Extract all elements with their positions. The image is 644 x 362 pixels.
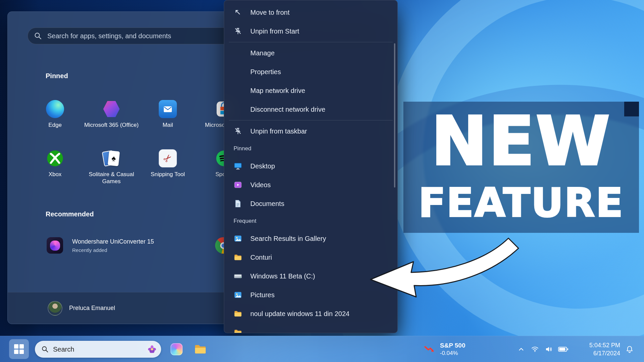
clock-time: 5:04:52 PM [589, 341, 620, 349]
menu-item-label: Map network drive [250, 87, 305, 95]
menu-item-label: Conturi [250, 254, 272, 261]
menu-item-unpin-from-start[interactable]: Unpin from Start [224, 22, 397, 41]
desktop: Pinned Edge Microsoft 365 (Office) Mail … [0, 0, 644, 362]
menu-item-label: Videos [250, 181, 271, 189]
app-label: Mail [162, 121, 173, 128]
taskbar-search-label: Search [53, 346, 146, 353]
menu-item-label: Search Results in Gallery [250, 235, 326, 243]
menu-item-label: Unpin from Start [250, 28, 299, 35]
stock-change: -0.04% [440, 350, 465, 357]
app-label: Solitaire & Casual Games [83, 171, 140, 185]
solitaire-icon: ♠ [102, 149, 120, 167]
menu-item-videos[interactable]: Videos [224, 175, 397, 194]
user-avatar[interactable] [48, 301, 62, 316]
menu-item-conturi[interactable]: Conturi [224, 248, 397, 267]
menu-item-properties[interactable]: Properties [224, 62, 397, 81]
recommended-title: Wondershare UniConverter 15 [72, 238, 154, 245]
notification-bell-icon[interactable] [625, 345, 634, 354]
search-icon [34, 32, 42, 40]
app-label: Microsoft 365 (Office) [84, 121, 139, 128]
xbox-icon [46, 149, 64, 167]
snipping-tool-icon: ✂ [159, 149, 177, 167]
videos-icon [234, 180, 242, 189]
menu-item-documents[interactable]: Documents [224, 194, 397, 213]
app-microsoft-365[interactable]: Microsoft 365 (Office) [83, 100, 140, 128]
taskbar-search[interactable]: Search [35, 341, 161, 358]
menu-item-label: Windows 11 Beta (C:) [250, 272, 315, 280]
menu-item-label: Move to front [250, 9, 290, 16]
unpin-icon [234, 27, 242, 36]
battery-icon[interactable] [558, 345, 567, 354]
menu-item-label: noul update windows 11 din 2024 [250, 310, 349, 318]
file-explorer-icon[interactable] [193, 342, 207, 356]
menu-item-label: Manage [250, 49, 275, 57]
menu-divider [229, 42, 393, 42]
menu-item-desktop[interactable]: Desktop [224, 157, 397, 175]
app-snipping-tool[interactable]: ✂ Snipping Tool [140, 149, 196, 178]
menu-item-manage[interactable]: Manage [224, 44, 397, 62]
menu-item-clipped[interactable] [224, 323, 397, 333]
menu-item-windows-11-beta-c[interactable]: Windows 11 Beta (C:) [224, 267, 397, 286]
gallery-icon [234, 234, 242, 243]
menu-item-label: Desktop [250, 162, 275, 170]
new-feature-overlay: NEW FEATURE [403, 102, 639, 233]
menu-item-label: Properties [250, 68, 281, 76]
user-name[interactable]: Preluca Emanuel [69, 305, 115, 312]
microsoft-365-icon [102, 100, 120, 118]
drive-icon [234, 272, 242, 280]
chevron-up-icon[interactable] [517, 345, 526, 354]
app-label: Edge [48, 121, 62, 128]
folder-icon [234, 253, 242, 262]
context-menu: Move to front Unpin from Start Manage Pr… [224, 0, 398, 333]
volume-icon[interactable] [544, 345, 553, 354]
stock-symbol: S&P 500 [440, 342, 465, 350]
menu-item-search-results-in-gallery[interactable]: Search Results in Gallery [224, 229, 397, 248]
context-menu-scrollbar[interactable] [394, 43, 395, 188]
overlay-title-feature: FEATURE [403, 183, 639, 222]
folder-icon [234, 328, 242, 333]
flower-icon [147, 344, 157, 354]
wifi-icon[interactable] [531, 345, 539, 354]
menu-item-label: Unpin from taskbar [250, 127, 307, 135]
overlay-title-new: NEW [403, 108, 639, 175]
search-icon [41, 346, 49, 353]
recommended-item-uniconverter[interactable]: Wondershare UniConverter 15 Recently add… [47, 237, 154, 254]
menu-item-disconnect-network-drive[interactable]: Disconnect network drive [224, 100, 397, 119]
desktop-icon [234, 162, 242, 170]
pictures-icon [234, 291, 242, 299]
app-xbox[interactable]: Xbox [27, 149, 83, 178]
stocks-widget[interactable]: S&P 500 -0.04% [424, 336, 465, 362]
menu-divider [229, 120, 393, 120]
menu-item-label: Documents [250, 200, 284, 208]
clock-date: 6/17/2024 [593, 349, 620, 357]
menu-section-pinned: Pinned [224, 141, 397, 157]
menu-item-label: Disconnect network drive [250, 106, 325, 113]
windows-logo-icon [14, 344, 24, 354]
clock[interactable]: 5:04:52 PM 6/17/2024 [589, 336, 620, 362]
app-mail[interactable]: Mail [140, 100, 196, 128]
app-solitaire[interactable]: ♠ Solitaire & Casual Games [83, 149, 140, 185]
menu-item-noul-update-windows-11[interactable]: noul update windows 11 din 2024 [224, 304, 397, 323]
search-highlight-image[interactable] [146, 343, 158, 356]
app-label: Xbox [49, 171, 62, 178]
app-label: Snipping Tool [151, 171, 185, 178]
unpin-icon [234, 127, 242, 136]
recommended-section-label: Recommended [46, 210, 94, 218]
documents-icon [234, 199, 242, 208]
menu-item-map-network-drive[interactable]: Map network drive [224, 81, 397, 100]
uniconverter-icon [47, 237, 63, 254]
recommended-subtitle: Recently added [72, 247, 154, 253]
system-tray [517, 336, 567, 362]
start-button[interactable] [9, 339, 29, 359]
menu-item-pictures[interactable]: Pictures [224, 286, 397, 304]
menu-item-move-to-front[interactable]: Move to front [224, 3, 397, 22]
copilot-icon[interactable] [170, 343, 183, 355]
move-to-front-icon [234, 8, 242, 17]
menu-item-unpin-from-taskbar[interactable]: Unpin from taskbar [224, 122, 397, 141]
pinned-section-label: Pinned [46, 72, 68, 80]
folder-icon [234, 309, 242, 318]
stock-down-icon [424, 343, 436, 355]
app-edge[interactable]: Edge [27, 100, 83, 128]
taskbar: Search S&P 500 [0, 336, 644, 362]
edge-icon [46, 100, 64, 118]
